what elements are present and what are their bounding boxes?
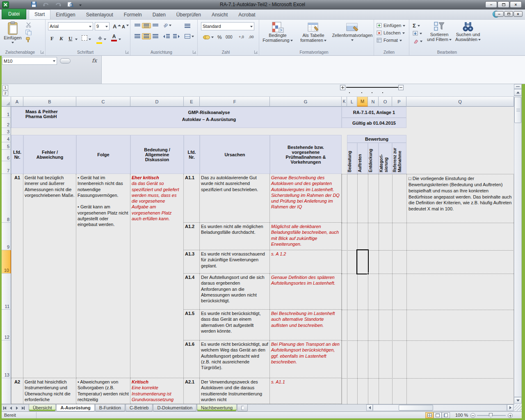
cell-a14-ursache[interactable]: Der Aufstellungsort und die sich daraus … — [200, 274, 270, 310]
sheet-tab-c-betrieb[interactable]: C-Betrieb — [126, 404, 153, 411]
font-color-icon[interactable]: A — [111, 34, 117, 41]
undo-icon[interactable] — [43, 2, 49, 9]
column-header-N[interactable]: N — [368, 97, 379, 107]
wrap-text-button[interactable] — [183, 23, 192, 29]
outline-collapse-icon[interactable] — [398, 85, 404, 90]
accounting-format-icon[interactable] — [201, 34, 215, 41]
cell-a11-id[interactable]: A1.1 — [184, 174, 200, 223]
th-rot-auftreten[interactable]: Auftreten — [357, 143, 368, 174]
last-sheet-icon[interactable] — [20, 404, 26, 411]
excel-app-icon[interactable] — [2, 1, 9, 8]
fill-handle[interactable] — [367, 273, 369, 275]
cell-a13-ursache[interactable]: Es wurde nicht vorausschauend für zukünf… — [200, 250, 270, 274]
th-lfd-nr-2[interactable]: Lfd. Nr. — [184, 135, 200, 174]
formula-input[interactable] — [101, 56, 525, 84]
cell-a1-bedeutung[interactable]: Eher kritischda das Gerät so spezifizier… — [130, 174, 184, 378]
minimize-button[interactable]: – — [485, 1, 497, 8]
font-name-combo[interactable]: Arial — [48, 22, 93, 30]
split-handle-vertical[interactable] — [514, 84, 522, 89]
workbook-close-button[interactable]: × — [514, 11, 523, 17]
cell-a16-massnahme[interactable]: Bei Planung den Transport an den Aufstel… — [270, 340, 342, 378]
th-rot-entdeckung[interactable]: Entdeckung — [368, 143, 379, 174]
tab-start[interactable]: Start — [29, 9, 50, 19]
cell-a12-ursache[interactable]: Es wurden nicht alle möglichen Beladungs… — [200, 223, 270, 250]
cell-a15-ursache[interactable]: Es wurde nicht berücksichtigt, dass das … — [200, 310, 270, 340]
name-box[interactable]: M10 — [2, 57, 57, 65]
decrease-decimal-button[interactable]: ,00 — [247, 34, 256, 40]
doc-ref-cell[interactable]: RA-7.1-01, Anlage 1 — [342, 107, 406, 118]
decrease-indent-button[interactable] — [162, 33, 171, 39]
fill-color-dropdown[interactable] — [104, 39, 106, 41]
dialog-launcher-ausrichtung[interactable] — [193, 50, 196, 54]
hscroll-right-button[interactable] — [507, 404, 514, 411]
normal-view-icon[interactable] — [425, 412, 434, 418]
row-header-2[interactable]: 2 — [2, 118, 11, 128]
row-header-6[interactable]: 6 — [2, 150, 11, 161]
vertical-scrollbar[interactable] — [514, 96, 522, 397]
borders-dropdown[interactable] — [89, 39, 91, 41]
cell-a15-massnahme[interactable]: Bei Beschreibung im Lastenheft auch alte… — [270, 310, 342, 340]
close-button[interactable]: × — [510, 1, 522, 8]
cut-icon[interactable] — [25, 22, 32, 30]
bold-button[interactable]: F — [49, 34, 55, 43]
horizontal-scroll-thumb[interactable] — [399, 405, 433, 411]
format-cells-button[interactable]: Format — [377, 38, 402, 43]
cell-styles-button[interactable]: Zellenformatvorlagen — [331, 21, 373, 50]
underline-button[interactable]: U — [67, 34, 74, 43]
percent-style-button[interactable]: % — [216, 34, 224, 41]
font-color-dropdown[interactable] — [119, 39, 121, 41]
prev-sheet-icon[interactable] — [8, 404, 14, 411]
delete-cells-button[interactable]: Löschen — [377, 30, 405, 35]
increase-indent-button[interactable] — [171, 33, 181, 39]
column-header-M[interactable]: M — [357, 97, 368, 107]
column-header-P[interactable]: P — [392, 97, 406, 107]
column-header-Q[interactable]: Q — [406, 97, 514, 107]
insert-function-icon[interactable]: fx — [92, 57, 97, 64]
zoom-in-icon[interactable] — [508, 413, 513, 418]
select-all-corner[interactable] — [2, 97, 11, 107]
column-header-D[interactable]: D — [130, 97, 184, 107]
tab-acrobat[interactable]: Acrobat — [233, 10, 260, 19]
fill-button[interactable] — [413, 31, 422, 36]
row-header-11[interactable]: 11 — [2, 274, 11, 310]
cell-a21-ursache[interactable]: Der Verwendungszweck des Autoklaven und … — [200, 378, 270, 404]
row-header-7[interactable]: 7 — [2, 161, 11, 174]
column-header-G[interactable]: G — [270, 97, 342, 107]
row-header-3[interactable]: 3 — [2, 128, 11, 135]
th-rot-bedeutung[interactable]: Bedeutung — [347, 143, 357, 174]
zoom-level[interactable]: 100 % — [455, 413, 468, 418]
row-header-14[interactable] — [2, 378, 11, 404]
comma-style-button[interactable]: 000 — [224, 34, 234, 40]
page-layout-view-icon[interactable] — [434, 412, 442, 418]
hscroll-left-button[interactable] — [366, 404, 373, 411]
th-ursachen[interactable]: Ursachen — [200, 135, 270, 174]
first-sheet-icon[interactable] — [2, 404, 8, 411]
cell-a12-id[interactable]: A1.2 — [184, 223, 200, 250]
cell-a2-id[interactable]: A2 — [11, 378, 23, 404]
find-select-button[interactable]: Suchen und Auswählen — [454, 21, 482, 50]
copy-icon[interactable] — [25, 30, 32, 37]
zoom-slider-thumb[interactable] — [489, 413, 493, 418]
borders-icon[interactable] — [82, 35, 87, 41]
column-header-A[interactable]: A — [11, 97, 23, 107]
print-preview-icon[interactable] — [67, 1, 73, 9]
name-box-resize-handle[interactable] — [60, 58, 71, 64]
cell-a11-ursache[interactable]: Das zu autoklavierende Gut wurde nicht a… — [200, 174, 270, 223]
column-header-F[interactable]: F — [200, 97, 270, 107]
next-sheet-icon[interactable] — [14, 404, 20, 411]
dialog-launcher-zwischenablage[interactable] — [41, 50, 44, 54]
number-format-combo[interactable]: Standard — [201, 22, 254, 30]
cell-a12-massnahme[interactable]: Möglichst alle denkbaren Beladungsfälle … — [270, 223, 342, 250]
row-header-5[interactable]: 5 — [2, 142, 11, 150]
row-header-1[interactable]: 1 — [2, 107, 11, 118]
resize-grip[interactable] — [514, 404, 522, 411]
th-bewertung[interactable]: Bewertung — [347, 135, 406, 143]
tab-einfuegen[interactable]: Einfügen — [50, 10, 80, 19]
sheet-tab-b-funktion[interactable]: B-Funktion — [95, 404, 125, 411]
sort-filter-button[interactable]: Sortieren und Filtern — [426, 21, 453, 50]
sheet-tab-nachbewertung[interactable]: Nachbewertung — [197, 404, 237, 411]
cell-note[interactable]: □ Die vorliegende Einstufung der Bewertu… — [409, 176, 512, 212]
cell-a2-folge[interactable]: • Abweichungen von Sollvorgaben (z.B. Te… — [76, 378, 130, 404]
th-rot-kategorisierung[interactable]: Kategori- sierung — [379, 143, 392, 174]
company-cell[interactable]: Maas & Peither Pharma GmbH — [25, 109, 83, 119]
